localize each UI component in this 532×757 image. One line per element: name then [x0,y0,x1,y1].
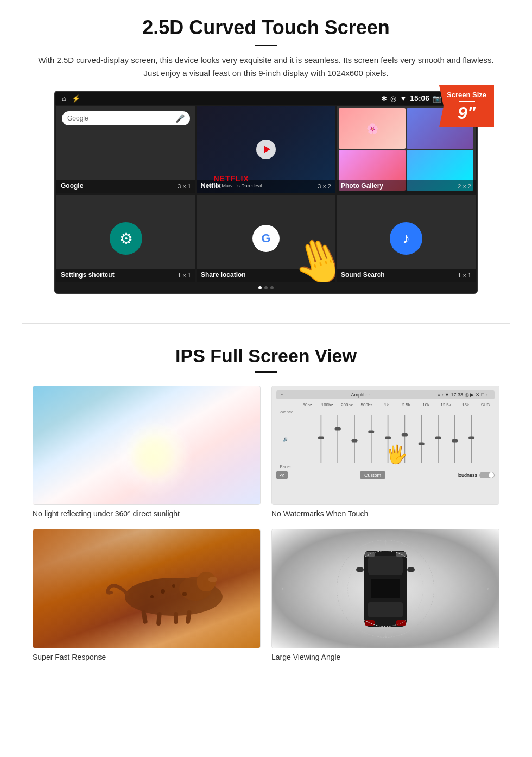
netflix-app-cell[interactable]: NETFLIX Continue Marvel's Daredevil Netf… [197,106,335,193]
section2-divider [255,371,277,373]
eq-loudness-label: loudness [458,472,477,478]
screen-size-badge: Screen Size 9" [439,85,494,127]
touch-screen-section: 2.5D Curved Touch Screen With 2.5D curve… [0,0,532,307]
eq-app-name: Amplifier [351,392,370,398]
badge-label: Screen Size [447,91,486,99]
eq-freq-6: 2.5k [397,402,415,407]
settings-icon: ⚙ [110,222,142,255]
eq-loudness-toggle[interactable] [479,472,495,478]
svg-rect-13 [419,443,425,446]
status-bar: ⌂ ⚡ ✱ ◎ ▼ 15:06 📷 🔊 ✕ □ [55,92,477,105]
sound-search-cell[interactable]: ♪ Sound Search 1 × 1 [337,195,476,282]
gallery-app-name: Photo Gallery [341,182,383,190]
dot-2 [264,286,268,289]
sound-cell-label: Sound Search 1 × 1 [337,269,476,282]
status-time: 15:06 [410,94,429,103]
dot-3 [270,286,274,289]
settings-cell-label: Settings shortcut 1 × 1 [56,269,195,282]
eq-label-fader: Fader [276,464,295,469]
google-app-size: 3 × 1 [178,183,191,190]
netflix-brand: NETFLIX [201,174,262,183]
badge-size: 9" [447,104,486,122]
share-app-name: Share location [201,271,246,279]
eq-freq-8: 12.5k [436,402,455,407]
gallery-app-size: 2 × 2 [458,183,471,190]
screen-mockup-wrapper: Screen Size 9" ⌂ ⚡ ✱ ◎ ▼ 15:06 📷 🔊 ✕ [54,91,478,294]
sound-app-size: 1 × 1 [458,272,471,279]
feature-car: ↑ ↓ ← → Large Viewing Angle [271,529,499,661]
usb-icon: ⚡ [72,94,80,103]
gallery-thumb-1: 🌸 [339,108,406,149]
app-grid-row2: ⚙ Settings shortcut 1 × 1 G 🤚 Sh [55,194,477,283]
svg-rect-1 [318,437,324,440]
settings-app-cell[interactable]: ⚙ Settings shortcut 1 × 1 [56,195,195,282]
google-logo: Google [67,115,88,122]
netflix-app-size: 3 × 2 [318,183,331,190]
wifi-icon: ▼ [400,94,407,103]
eq-freq-10: SUB [476,402,495,407]
svg-rect-5 [352,439,358,443]
sunlight-caption: No light reflecting under 360° direct su… [33,509,261,518]
google-app-cell[interactable]: Google 🎤 Google 3 × 1 [56,106,195,193]
mic-icon: 🎤 [175,114,185,123]
eq-freq-2: 100hz [318,402,336,407]
section2-title: IPS Full Screen View [33,345,499,367]
google-app-name: Google [61,182,83,190]
home-icon: ⌂ [62,94,66,103]
status-left: ⌂ ⚡ [62,94,80,103]
section-divider [22,323,510,324]
eq-freq-1: 60hz [298,402,316,407]
svg-rect-15 [435,437,441,440]
eq-freq-7: 10k [416,402,435,407]
app-grid-row1: Google 🎤 Google 3 × 1 N [55,105,477,194]
eq-freq-4: 500hz [357,402,376,407]
dot-1 [258,286,262,289]
badge-divider [459,101,475,102]
sunlight-image-box [33,386,261,505]
netflix-subtitle: Continue Marvel's Daredevil [201,183,262,188]
watermarks-caption: No Watermarks When Touch [271,509,499,518]
gear-icon: ⚙ [119,230,133,248]
settings-app-name: Settings shortcut [61,271,115,279]
car-image-box: ↑ ↓ ← → [271,529,499,648]
eq-sliders-svg: 🖐 [298,409,495,469]
title-divider [255,45,277,46]
svg-rect-3 [335,427,341,431]
google-maps-icon: G [252,225,280,252]
google-search-bar: Google 🎤 [62,111,190,125]
cheetah-caption: Super Fast Response [33,653,261,661]
feature-grid: No light reflecting under 360° direct su… [33,386,499,661]
section1-title: 2.5D Curved Touch Screen [33,16,499,39]
svg-rect-7 [368,431,374,434]
eq-prev-btn[interactable]: ≪ [276,471,288,479]
watermarks-image-box: ⌂ Amplifier ≡ ◦ ▼ 17:33 ◎ ▶ ✕ □ ← 60hz 1… [271,386,499,505]
svg-rect-11 [402,433,408,437]
eq-freq-5: 1k [377,402,396,407]
music-note-icon: ♪ [402,230,410,247]
bluetooth-icon: ✱ [381,94,387,103]
eq-label-balance: Balance [276,409,295,414]
cheetah-image-box [33,529,261,648]
camera-icon: 📷 [433,94,441,103]
eq-freq-3: 200hz [338,402,356,407]
eq-icons: ≡ ◦ ▼ 17:33 ◎ ▶ ✕ □ ← [438,392,490,398]
svg-rect-19 [468,437,474,440]
feature-cheetah: Super Fast Response [33,529,261,661]
svg-rect-17 [452,439,458,443]
feature-watermarks: ⌂ Amplifier ≡ ◦ ▼ 17:33 ◎ ▶ ✕ □ ← 60hz 1… [271,386,499,518]
music-icon: ♪ [390,222,422,255]
sound-app-name: Sound Search [341,271,385,279]
car-caption: Large Viewing Angle [271,653,499,661]
eq-label-speaker: 🔊 [276,437,295,442]
netflix-play-button[interactable] [256,140,276,159]
screen-page-dots [55,283,477,293]
feature-sunlight: No light reflecting under 360° direct su… [33,386,261,518]
eq-custom-button[interactable]: Custom [360,471,385,479]
gallery-cell-label: Photo Gallery 2 × 2 [337,180,476,193]
settings-app-size: 1 × 1 [178,272,191,279]
ips-screen-section: IPS Full Screen View No light reflecting… [0,340,532,678]
svg-text:🖐: 🖐 [385,444,408,465]
svg-rect-9 [385,437,391,440]
share-location-cell[interactable]: G 🤚 Share location 1 × 1 [197,195,335,282]
location-icon: ◎ [390,94,396,103]
